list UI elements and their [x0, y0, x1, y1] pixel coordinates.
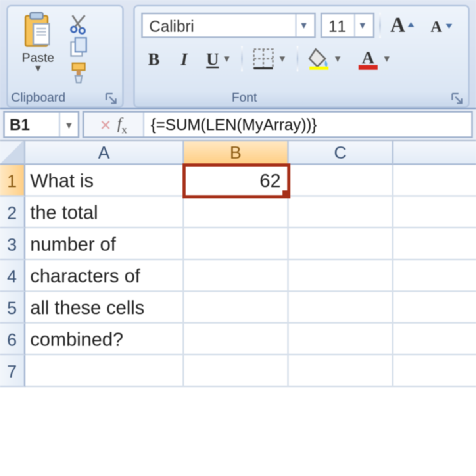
col-header-A[interactable]: A — [25, 141, 184, 165]
cancel-icon: ✕ — [100, 117, 112, 132]
cell-B5[interactable] — [184, 292, 289, 324]
scissors-icon — [68, 12, 90, 35]
chevron-down-icon[interactable]: ▼ — [333, 54, 342, 63]
italic-button[interactable]: I — [171, 44, 197, 73]
font-color-button[interactable]: A ▼ — [352, 44, 396, 73]
clipboard-dialog-launcher[interactable] — [105, 91, 117, 104]
svg-point-7 — [79, 28, 85, 33]
font-group-label: Font — [232, 90, 257, 105]
cell-A2[interactable]: the total — [25, 197, 184, 228]
cell-A6[interactable]: combined? — [25, 324, 184, 355]
svg-rect-12 — [73, 63, 85, 71]
formula-bar: B1 ▼ ✕ fx {=SUM(LEN(MyArray))} — [0, 109, 476, 141]
col-header-C[interactable]: C — [289, 141, 393, 165]
cell-C2[interactable] — [289, 197, 393, 228]
clipboard-group-label: Clipboard — [11, 90, 65, 105]
col-header-D[interactable] — [393, 141, 476, 165]
chevron-down-icon[interactable]: ▼ — [33, 65, 43, 71]
row-header-1[interactable]: 1 — [0, 165, 25, 197]
cell-C6[interactable] — [289, 324, 393, 355]
cell-C5[interactable] — [289, 292, 393, 324]
divider — [296, 46, 298, 71]
copy-icon — [68, 37, 90, 60]
paste-icon — [19, 11, 57, 49]
cell-D4[interactable] — [393, 260, 476, 292]
paintbrush-icon — [68, 62, 90, 84]
cell-D3[interactable] — [393, 228, 476, 260]
font-dialog-launcher[interactable] — [451, 91, 463, 104]
cell-A4[interactable]: characters of — [25, 260, 184, 292]
svg-rect-11 — [75, 38, 86, 52]
font-name-combo[interactable]: Calibri ▼ — [141, 13, 316, 38]
copy-button[interactable] — [68, 37, 90, 60]
increase-font-button[interactable]: A — [386, 11, 421, 40]
row-header-2[interactable]: 2 — [0, 197, 25, 228]
decrease-font-icon: A — [431, 17, 442, 34]
cell-C1[interactable] — [289, 165, 393, 197]
cell-A7[interactable] — [25, 355, 184, 387]
cell-D7[interactable] — [393, 355, 476, 387]
bucket-icon — [307, 48, 330, 70]
col-header-B[interactable]: B — [184, 141, 289, 165]
select-all-corner[interactable] — [0, 141, 25, 165]
cell-A5[interactable]: all these cells — [25, 292, 184, 324]
svg-rect-1 — [30, 13, 43, 19]
chevron-down-icon[interactable]: ▼ — [382, 54, 392, 63]
divider — [379, 13, 381, 38]
cell-A3[interactable]: number of — [25, 228, 184, 260]
cell-B1[interactable]: 62 — [184, 165, 289, 197]
chevron-down-icon[interactable]: ▼ — [222, 54, 232, 63]
borders-icon — [252, 48, 274, 70]
format-painter-button[interactable] — [68, 62, 90, 84]
cell-B6[interactable] — [184, 324, 289, 355]
row-header-3[interactable]: 3 — [0, 228, 25, 260]
svg-rect-13 — [77, 71, 81, 76]
svg-point-6 — [71, 26, 77, 32]
svg-text:A: A — [361, 48, 374, 67]
ribbon: Paste ▼ — [0, 0, 476, 109]
underline-button[interactable]: U ▼ — [202, 44, 236, 73]
cell-C7[interactable] — [289, 355, 393, 387]
formula-input[interactable]: {=SUM(LEN(MyArray))} — [144, 116, 317, 133]
cell-D1[interactable] — [393, 165, 476, 197]
font-size-value: 11 — [328, 17, 346, 34]
paste-button[interactable]: Paste ▼ — [13, 10, 63, 87]
down-caret-icon — [444, 21, 453, 30]
row-header-7[interactable]: 7 — [0, 355, 25, 387]
svg-rect-18 — [309, 67, 328, 70]
cell-B7[interactable] — [184, 355, 289, 387]
cell-D5[interactable] — [393, 292, 476, 324]
row-header-6[interactable]: 6 — [0, 324, 25, 355]
cell-B2[interactable] — [184, 197, 289, 228]
chevron-down-icon[interactable]: ▼ — [59, 113, 78, 136]
cut-button[interactable] — [68, 12, 90, 35]
cell-B3[interactable] — [184, 228, 289, 260]
borders-button[interactable]: ▼ — [248, 44, 292, 73]
name-box[interactable]: B1 ▼ — [3, 111, 79, 138]
font-color-icon: A — [357, 48, 379, 70]
cell-C4[interactable] — [289, 260, 393, 292]
row-header-4[interactable]: 4 — [0, 260, 25, 292]
worksheet-grid[interactable]: A B C 1 What is 62 2 the total 3 number … — [0, 141, 476, 387]
bold-button[interactable]: B — [141, 44, 167, 73]
insert-function-button[interactable]: ✕ fx — [84, 113, 144, 136]
cell-D6[interactable] — [393, 324, 476, 355]
cell-A1[interactable]: What is — [25, 165, 184, 197]
fx-icon: fx — [117, 113, 127, 136]
chevron-down-icon[interactable]: ▼ — [354, 14, 370, 36]
cell-D2[interactable] — [393, 197, 476, 228]
fill-color-button[interactable]: ▼ — [303, 44, 347, 73]
chevron-down-icon[interactable]: ▼ — [278, 54, 287, 63]
svg-rect-20 — [358, 65, 377, 70]
font-size-combo[interactable]: 11 ▼ — [321, 13, 374, 38]
cell-C3[interactable] — [289, 228, 393, 260]
clipboard-group: Paste ▼ — [6, 5, 124, 108]
name-box-value: B1 — [10, 116, 30, 133]
font-group: Calibri ▼ 11 ▼ A A — [133, 5, 470, 108]
decrease-font-button[interactable]: A — [426, 11, 458, 40]
increase-font-icon: A — [390, 13, 405, 38]
chevron-down-icon[interactable]: ▼ — [295, 14, 311, 36]
divider — [241, 46, 243, 71]
row-header-5[interactable]: 5 — [0, 292, 25, 324]
cell-B4[interactable] — [184, 260, 289, 292]
